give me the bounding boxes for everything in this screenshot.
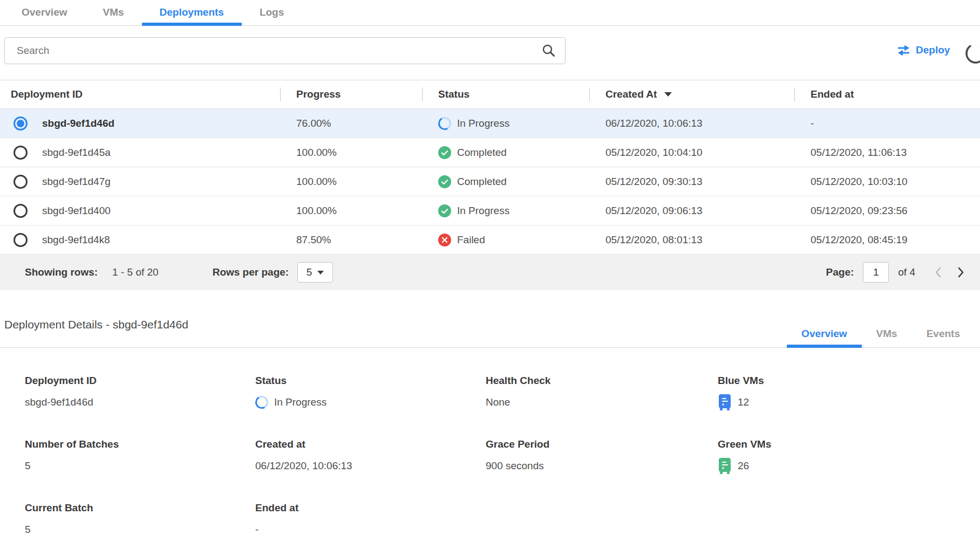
showing-rows-label: Showing rows:: [25, 266, 98, 278]
progress-value: 76.00%: [280, 118, 422, 129]
ended-at-value: 05/12/2020, 08:45:19: [794, 234, 980, 246]
in-progress-spinner-icon: [254, 394, 269, 410]
table-header: Deployment ID Progress Status Created At…: [0, 80, 980, 109]
previous-page-icon[interactable]: [932, 266, 945, 279]
page-label: Page:: [826, 266, 854, 278]
deployment-details-header: Deployment Details - sbgd-9ef1d46d Overv…: [0, 290, 980, 348]
row-radio[interactable]: [13, 204, 28, 218]
progress-value: 100.00%: [280, 205, 422, 217]
field-deployment-id: Deployment ID sbgd-9ef1d46d: [25, 375, 255, 410]
details-tab-vms[interactable]: VMs: [862, 320, 912, 348]
table-row[interactable]: sbgd-9ef1d46d 76.00% In Progress 06/12/2…: [0, 109, 980, 138]
created-at-value: 06/12/2020, 10:06:13: [589, 118, 794, 129]
toolbar: Deploy: [0, 37, 980, 64]
next-page-icon[interactable]: [954, 266, 967, 279]
progress-value: 87.50%: [280, 234, 422, 246]
col-header-status[interactable]: Status: [422, 80, 589, 108]
field-status: Status In Progress: [255, 375, 486, 410]
field-blue-vms: Blue VMs 12: [718, 375, 980, 410]
tab-vms[interactable]: VMs: [85, 0, 142, 25]
showing-rows-value: 1 - 5 of 20: [112, 266, 159, 278]
tab-overview[interactable]: Overview: [4, 0, 85, 25]
green-vm-server-icon: [718, 458, 732, 474]
table-pagination: Showing rows: 1 - 5 of 20 Rows per page:…: [0, 255, 980, 290]
details-tab-overview[interactable]: Overview: [787, 320, 862, 348]
ended-at-value: 05/12/2020, 11:06:13: [794, 147, 980, 159]
rows-per-page-select[interactable]: 5: [297, 262, 333, 283]
col-header-progress[interactable]: Progress: [280, 80, 422, 108]
deployments-table: Deployment ID Progress Status Created At…: [0, 80, 980, 290]
swap-arrows-icon: [897, 45, 910, 56]
status-label: In Progress: [457, 118, 509, 129]
col-header-created-at[interactable]: Created At: [589, 80, 794, 108]
details-tab-events[interactable]: Events: [912, 320, 975, 348]
field-current-batch: Current Batch 5: [25, 502, 255, 535]
field-health-check: Health Check None: [486, 375, 718, 410]
col-header-ended-at[interactable]: Ended at: [794, 80, 980, 108]
col-header-deployment-id[interactable]: Deployment ID: [0, 80, 280, 108]
details-tabbar: Overview VMs Events: [787, 320, 975, 348]
created-at-value: 05/12/2020, 08:01:13: [589, 234, 794, 246]
search-box: [4, 37, 566, 64]
created-at-value: 05/12/2020, 10:04:10: [589, 147, 794, 159]
table-row[interactable]: sbgd-9ef1d47g 100.00% Completed 05/12/20…: [0, 167, 980, 196]
created-at-value: 05/12/2020, 09:06:13: [589, 205, 794, 217]
main-tabbar: Overview VMs Deployments Logs: [0, 0, 980, 26]
field-green-vms: Green VMs 26: [718, 438, 980, 474]
field-number-of-batches: Number of Batches 5: [25, 438, 255, 474]
table-row[interactable]: sbgd-9ef1d4k8 87.50% Failed 05/12/2020, …: [0, 225, 980, 255]
row-radio[interactable]: [13, 175, 28, 189]
deployment-id: sbgd-9ef1d45a: [42, 147, 111, 159]
rows-per-page-label: Rows per page:: [213, 266, 289, 278]
sort-desc-icon[interactable]: [664, 92, 672, 97]
status-label: Failed: [457, 234, 485, 246]
search-icon: [542, 44, 556, 58]
deploy-label: Deploy: [916, 44, 950, 56]
row-radio[interactable]: [13, 146, 28, 160]
search-input[interactable]: [4, 37, 566, 64]
deployment-id: sbgd-9ef1d4k8: [42, 234, 110, 246]
deployment-details-title: Deployment Details - sbgd-9ef1d46d: [4, 318, 188, 331]
error-circle-icon: [438, 234, 451, 246]
check-circle-icon: [438, 175, 451, 188]
tab-deployments[interactable]: Deployments: [142, 0, 242, 25]
in-progress-spinner-icon: [437, 115, 452, 131]
ended-at-value: 05/12/2020, 09:23:56: [794, 205, 980, 217]
refresh-icon[interactable]: [964, 42, 980, 65]
deploy-button[interactable]: Deploy: [894, 44, 953, 57]
ended-at-value: 05/12/2020, 10:03:10: [794, 176, 980, 188]
ended-at-value: -: [794, 118, 980, 129]
status-label: Completed: [457, 176, 507, 188]
check-circle-icon: [438, 204, 451, 217]
deployment-id: sbgd-9ef1d47g: [42, 176, 111, 188]
field-ended-at: Ended at -: [255, 502, 486, 535]
progress-value: 100.00%: [280, 147, 422, 159]
row-radio-selected[interactable]: [13, 116, 28, 131]
status-label: Completed: [457, 147, 507, 159]
progress-value: 100.00%: [280, 176, 422, 188]
page-total: of 4: [898, 266, 915, 278]
check-circle-icon: [438, 146, 451, 159]
field-created-at: Created at 06/12/2020, 10:06:13: [255, 438, 486, 474]
row-radio[interactable]: [13, 233, 28, 247]
blue-vm-server-icon: [718, 394, 732, 410]
status-label: In Progress: [457, 205, 509, 217]
deployment-id: sbgd-9ef1d400: [42, 205, 111, 217]
deployment-id: sbgd-9ef1d46d: [42, 118, 114, 129]
pager: Page: of 4: [826, 255, 967, 290]
page-number-input[interactable]: [863, 262, 889, 283]
chevron-down-icon: [317, 271, 324, 275]
details-grid: Deployment ID sbgd-9ef1d46d Status In Pr…: [0, 348, 980, 535]
tab-logs[interactable]: Logs: [242, 0, 302, 25]
created-at-value: 05/12/2020, 09:30:13: [589, 176, 794, 188]
table-row[interactable]: sbgd-9ef1d45a 100.00% Completed 05/12/20…: [0, 138, 980, 167]
field-grace-period: Grace Period 900 seconds: [486, 438, 718, 474]
table-row[interactable]: sbgd-9ef1d400 100.00% In Progress 05/12/…: [0, 196, 980, 225]
